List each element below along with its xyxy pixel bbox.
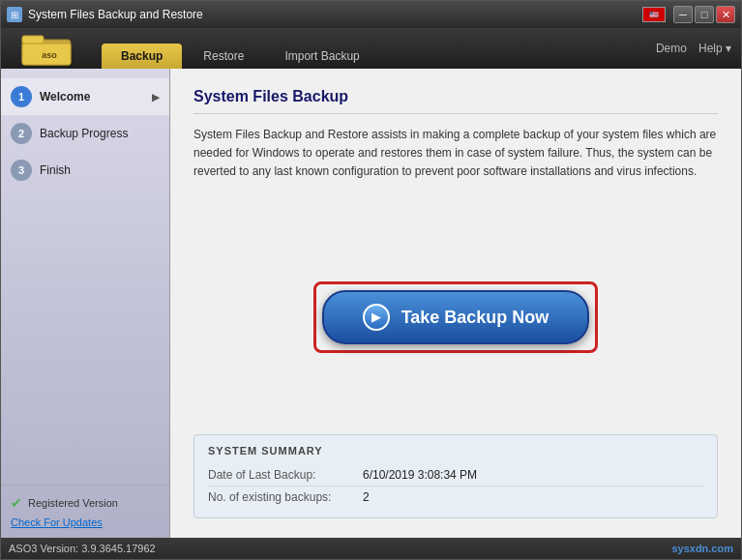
nav-logo-area: aso: [1, 28, 98, 69]
summary-row-0: Date of Last Backup: 6/10/2019 3:08:34 P…: [208, 464, 703, 486]
summary-title: SYSTEM SUMMARY: [208, 445, 703, 457]
svg-rect-2: [22, 36, 44, 44]
sidebar: 1 Welcome ▶ 2 Backup Progress 3 Finish ✔…: [1, 69, 170, 538]
check-updates-link[interactable]: Check For Updates: [11, 516, 160, 528]
registered-label: Registered Version: [28, 497, 118, 509]
tab-backup[interactable]: Backup: [102, 44, 182, 69]
backup-button-label: Take Backup Now: [401, 308, 549, 328]
summary-row-1: No. of existing backups: 2: [208, 486, 703, 508]
sidebar-item-backup-progress[interactable]: 2 Backup Progress: [1, 115, 169, 152]
version-label: ASO3 Version: 3.9.3645.17962: [9, 543, 156, 554]
step-circle-3: 3: [11, 160, 32, 181]
description-text: System Files Backup and Restore assists …: [193, 126, 718, 182]
tab-import-backup[interactable]: Import Backup: [265, 44, 378, 69]
language-flag[interactable]: 🇺🇸: [642, 7, 666, 22]
app-icon-small: ⊞: [7, 7, 22, 22]
close-button[interactable]: ✕: [716, 6, 735, 23]
title-bar: ⊞ System Files Backup and Restore 🇺🇸 ─ □…: [1, 1, 741, 28]
sidebar-item-welcome[interactable]: 1 Welcome ▶: [1, 78, 169, 115]
nav-right: Demo Help ▾: [656, 28, 741, 69]
sidebar-label-welcome: Welcome: [40, 90, 90, 103]
window-controls: ─ □ ✕: [673, 6, 735, 23]
title-bar-left: ⊞ System Files Backup and Restore: [7, 7, 203, 22]
system-summary-section: SYSTEM SUMMARY Date of Last Backup: 6/10…: [193, 434, 718, 518]
maximize-button[interactable]: □: [695, 6, 714, 23]
main-content: System Files Backup System Files Backup …: [170, 69, 741, 538]
nav-bar: aso Backup Restore Import Backup Demo He…: [1, 28, 741, 69]
step-circle-2: 2: [11, 123, 32, 144]
sidebar-item-finish[interactable]: 3 Finish: [1, 152, 169, 189]
page-title: System Files Backup: [193, 88, 718, 114]
demo-link[interactable]: Demo: [656, 42, 687, 55]
step-circle-1: 1: [11, 86, 32, 107]
sidebar-arrow-welcome: ▶: [152, 92, 160, 103]
minimize-button[interactable]: ─: [673, 6, 693, 23]
tab-restore[interactable]: Restore: [184, 44, 263, 69]
sidebar-bottom: ✔ Registered Version Check For Updates: [1, 485, 169, 538]
help-link[interactable]: Help ▾: [698, 42, 731, 55]
summary-label-0: Date of Last Backup:: [208, 468, 363, 482]
content-area: 1 Welcome ▶ 2 Backup Progress 3 Finish ✔…: [1, 69, 741, 538]
nav-tabs: Backup Restore Import Backup: [98, 28, 383, 69]
play-icon: ▶: [363, 304, 390, 331]
backup-button-area: ▶ Take Backup Now: [193, 221, 718, 415]
registered-check-icon: ✔: [11, 495, 22, 511]
summary-label-1: No. of existing backups:: [208, 490, 363, 504]
sidebar-label-backup-progress: Backup Progress: [40, 127, 128, 140]
svg-text:aso: aso: [42, 50, 57, 60]
status-bar: ASO3 Version: 3.9.3645.17962 sysxdn.com: [1, 538, 741, 559]
sidebar-label-finish: Finish: [40, 163, 71, 177]
backup-button-outer-border: ▶ Take Backup Now: [313, 281, 599, 353]
window-title: System Files Backup and Restore: [28, 8, 203, 21]
app-logo-icon: aso: [20, 30, 78, 67]
summary-value-0: 6/10/2019 3:08:34 PM: [363, 468, 477, 482]
registered-badge: ✔ Registered Version: [11, 495, 160, 511]
main-window: ⊞ System Files Backup and Restore 🇺🇸 ─ □…: [0, 0, 742, 560]
take-backup-button[interactable]: ▶ Take Backup Now: [322, 290, 590, 344]
summary-value-1: 2: [363, 490, 370, 504]
brand-label: sysxdn.com: [671, 543, 733, 554]
